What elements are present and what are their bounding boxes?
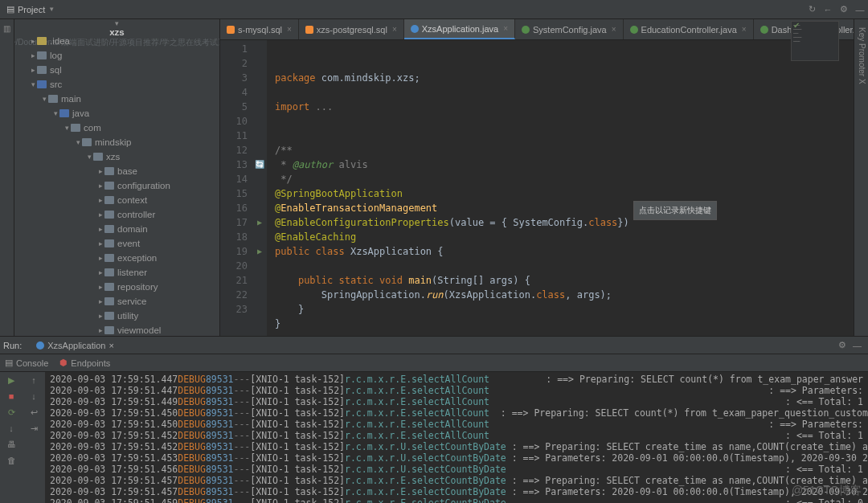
tree-node[interactable]: ▾com <box>14 121 219 135</box>
close-icon[interactable]: × <box>287 25 292 34</box>
folder-icon <box>93 153 103 161</box>
run-side-toolbar: ▶ ■ ⟳ ↓ 🖶 🗑 <box>0 372 23 503</box>
left-rail: ▥ <box>0 19 14 336</box>
tree-node[interactable]: ▾java <box>14 106 219 121</box>
console-icon: ▤ <box>5 358 13 368</box>
log-line: 2020-09-03 17:59:51.450 DEBUG 89531 --- … <box>50 407 863 419</box>
scroll-icon[interactable]: ↓ <box>4 422 18 435</box>
tab-label: xzs-postgresql.sql <box>317 25 387 35</box>
file-icon <box>630 26 638 34</box>
editor-tab[interactable]: xzs-postgresql.sql× <box>299 19 404 39</box>
folder-icon <box>104 211 114 219</box>
tree-root[interactable]: ▾xzs~/Documents/后端面试进阶/开源项目推荐/学之思在线考试系 <box>14 19 219 34</box>
editor-tab[interactable]: s-mysql.sql× <box>220 19 299 39</box>
tree-node[interactable]: ▾main <box>14 92 219 106</box>
file-icon <box>305 26 313 34</box>
log-line: 2020-09-03 17:59:51.456 DEBUG 89531 --- … <box>50 464 863 475</box>
minimap[interactable]: ✔━━━━━━━━━━━━━━━━━━━━━ <box>791 21 839 61</box>
print-icon[interactable]: 🖶 <box>4 438 18 451</box>
folder-icon <box>104 182 114 190</box>
endpoints-tab[interactable]: ⬢Endpoints <box>59 358 110 368</box>
right-rail: Key Promoter XAntDatabaseCodotazoolyticM… <box>854 19 868 336</box>
down-icon[interactable]: ↓ <box>27 390 41 403</box>
tab-label: EducationController.java <box>641 25 737 35</box>
tree-node[interactable]: ▸sql <box>14 63 219 77</box>
tree-node[interactable]: ▸service <box>14 294 219 309</box>
editor-tab[interactable]: EducationController.java× <box>624 19 754 39</box>
tree-node[interactable]: ▸listener <box>14 265 219 280</box>
soft-wrap-icon[interactable]: ⇥ <box>27 422 41 435</box>
console-output[interactable]: 2020-09-03 17:59:51.447 DEBUG 89531 --- … <box>45 372 868 503</box>
folder-icon <box>104 283 114 291</box>
tree-node[interactable]: ▸viewmodel <box>14 323 219 336</box>
structure-icon[interactable]: ▥ <box>3 24 10 33</box>
keymap-hint: 点击以记录新快捷键 <box>633 201 717 220</box>
run-side-toolbar-2: ↑ ↓ ↩ ⇥ <box>23 372 45 503</box>
close-icon[interactable]: × <box>503 24 508 33</box>
tree-node[interactable]: ▸controller <box>14 207 219 222</box>
tree-node[interactable]: ▸context <box>14 193 219 207</box>
folder-icon <box>37 37 47 45</box>
close-icon[interactable]: × <box>742 25 747 34</box>
folder-icon <box>104 297 114 305</box>
folder-icon <box>104 268 114 276</box>
editor-tab[interactable]: SystemConfig.java× <box>515 19 624 39</box>
settings-icon[interactable]: ⚙ <box>836 2 852 18</box>
restart-icon[interactable]: ⟳ <box>4 406 18 419</box>
log-line: 2020-09-03 17:59:51.452 DEBUG 89531 --- … <box>50 430 863 441</box>
editor-tabs: s-mysql.sql×xzs-postgresql.sql×XzsApplic… <box>220 19 854 40</box>
close-icon[interactable]: × <box>612 25 616 34</box>
folder-icon <box>104 239 114 247</box>
log-line: 2020-09-03 17:59:51.447 DEBUG 89531 --- … <box>50 385 863 396</box>
endpoints-icon: ⬢ <box>59 358 68 368</box>
settings-icon[interactable]: ⚙ <box>835 340 850 350</box>
code-area[interactable]: package com.mindskip.xzs; import ... /**… <box>267 40 854 336</box>
minimize-icon[interactable]: — <box>850 341 865 350</box>
minimize-icon[interactable]: — <box>852 2 868 18</box>
watermark: @51CTO博客 <box>792 484 862 498</box>
stop-icon[interactable]: ■ <box>4 390 18 403</box>
file-icon <box>227 26 235 34</box>
folder-icon <box>71 124 80 132</box>
log-line: 2020-09-03 17:59:51.449 DEBUG 89531 --- … <box>50 396 863 407</box>
file-icon <box>760 26 768 34</box>
trash-icon[interactable]: 🗑 <box>4 454 18 467</box>
close-icon[interactable]: × <box>108 341 113 350</box>
tree-node[interactable]: ▸event <box>14 236 219 251</box>
tool-window-tab[interactable]: Key Promoter X <box>856 22 868 333</box>
tree-node[interactable]: ▸log <box>14 48 219 63</box>
folder-icon <box>104 225 114 233</box>
tab-label: XzsApplication.java <box>422 24 498 34</box>
tree-node[interactable]: ▸exception <box>14 251 219 265</box>
tree-node[interactable]: ▾src <box>14 77 219 92</box>
log-line: 2020-09-03 17:59:51.459 DEBUG 89531 --- … <box>50 497 863 503</box>
run-config-tab[interactable]: XzsApplication × <box>30 339 121 352</box>
rerun-icon[interactable]: ▶ <box>4 374 18 386</box>
tree-node[interactable]: ▸repository <box>14 280 219 294</box>
folder-icon <box>82 138 92 146</box>
log-line: 2020-09-03 17:59:51.450 DEBUG 89531 --- … <box>50 419 863 430</box>
folder-icon <box>104 326 114 334</box>
tree-node[interactable]: ▾mindskip <box>14 135 219 149</box>
tree-node[interactable]: ▸base <box>14 164 219 178</box>
tree-node[interactable]: ▸domain <box>14 222 219 236</box>
log-line: 2020-09-03 17:59:51.457 DEBUG 89531 --- … <box>50 486 863 497</box>
sync-icon[interactable]: ↻ <box>804 2 820 18</box>
tab-label: SystemConfig.java <box>533 25 607 35</box>
back-icon[interactable]: ← <box>820 2 836 18</box>
tree-node[interactable]: ▸utility <box>14 309 219 323</box>
console-tab[interactable]: ▤Console <box>5 358 48 368</box>
wrap-icon[interactable]: ↩ <box>27 406 41 419</box>
project-dropdown[interactable]: ▤ Project ▼ <box>0 4 59 14</box>
line-numbers: 123451011121314151617181920212223 <box>220 40 252 336</box>
folder-icon <box>48 95 58 103</box>
folder-icon <box>37 66 47 74</box>
up-icon[interactable]: ↑ <box>27 374 41 386</box>
log-line: 2020-09-03 17:59:51.452 DEBUG 89531 --- … <box>50 441 863 452</box>
tree-node[interactable]: ▸configuration <box>14 178 219 193</box>
close-icon[interactable]: × <box>392 25 397 34</box>
tree-node[interactable]: ▾xzs <box>14 149 219 164</box>
toolbar: ▤ Project ▼ ↻ ← ⚙ — <box>0 0 868 19</box>
editor-tab[interactable]: XzsApplication.java× <box>404 19 515 39</box>
file-icon <box>411 25 419 33</box>
